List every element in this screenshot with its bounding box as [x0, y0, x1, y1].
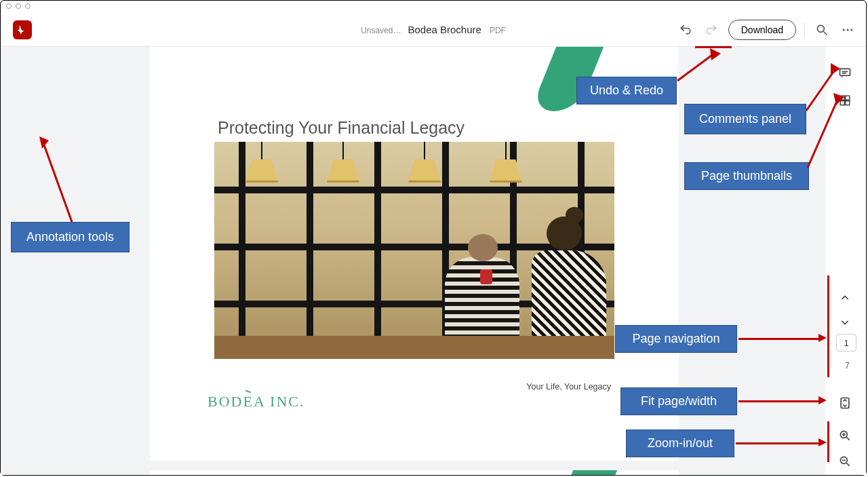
redo-button[interactable]	[703, 21, 720, 39]
arrow-icon	[818, 396, 827, 404]
svg-line-23	[847, 463, 850, 466]
svg-rect-9	[840, 69, 850, 75]
more-options-button[interactable]	[839, 21, 856, 39]
marker-line	[827, 275, 829, 377]
document-title: Bodea Brochure	[408, 24, 481, 35]
svg-marker-27	[710, 48, 721, 60]
page-down-button[interactable]	[836, 313, 854, 331]
search-button[interactable]	[813, 21, 831, 39]
svg-line-20	[847, 438, 850, 440]
svg-point-4	[850, 28, 852, 31]
svg-line-26	[677, 54, 714, 81]
page-total: 7	[845, 360, 850, 370]
zoom-in-button[interactable]	[836, 427, 854, 444]
page-number-input[interactable]	[836, 334, 856, 351]
svg-marker-29	[831, 63, 840, 75]
callout-zoom: Zoom-in/out	[626, 430, 734, 457]
callout-fit: Fit page/width	[620, 387, 737, 415]
document-type: PDF	[490, 26, 506, 35]
svg-line-30	[808, 100, 837, 168]
arrow-icon	[38, 136, 79, 225]
decorative-shape	[554, 470, 617, 475]
svg-point-2	[843, 28, 845, 31]
callout-thumbnails: Page thumbnails	[684, 162, 809, 190]
acrobat-app-icon	[13, 20, 32, 39]
window-traffic-lights	[6, 3, 31, 9]
page-up-button[interactable]	[836, 289, 854, 307]
svg-point-3	[847, 28, 849, 31]
arrow-icon	[738, 338, 820, 340]
callout-undo-redo: Undo & Redo	[576, 77, 677, 104]
callout-page-navigation: Page navigation	[615, 325, 737, 353]
document-title-group: Unsaved… Bodea Brochure PDF	[361, 24, 506, 35]
marker-line	[827, 421, 829, 462]
unsaved-label: Unsaved…	[361, 26, 401, 35]
undo-button[interactable]	[677, 21, 694, 39]
fit-page-width-button[interactable]	[836, 394, 854, 412]
page-tagline: Your Life, Your Legacy	[526, 382, 611, 392]
svg-line-1	[824, 31, 827, 35]
top-toolbar: Unsaved… Bodea Brochure PDF Download	[1, 13, 866, 47]
brand-logo-text: BODEA INC.	[208, 393, 304, 411]
svg-line-24	[43, 143, 72, 222]
page-heading: Protecting Your Financial Legacy	[218, 118, 465, 138]
divider	[804, 22, 805, 37]
hero-photo	[214, 142, 614, 359]
arrow-icon	[818, 438, 827, 446]
arrow-icon	[804, 93, 844, 169]
zoom-out-button[interactable]	[836, 453, 854, 470]
download-button[interactable]: Download	[728, 20, 796, 40]
svg-rect-15	[846, 101, 850, 105]
callout-comments-panel: Comments panel	[684, 104, 806, 134]
svg-point-0	[817, 25, 824, 32]
svg-rect-13	[846, 96, 850, 100]
callout-annotation-tools: Annotation tools	[11, 222, 130, 252]
arrow-icon	[738, 400, 820, 402]
arrow-icon	[818, 334, 827, 342]
page-1: Protecting Your Financial Legacy	[150, 47, 679, 461]
page-2-peek	[150, 470, 679, 475]
arrow-icon	[736, 442, 820, 444]
arrow-icon	[676, 48, 721, 82]
